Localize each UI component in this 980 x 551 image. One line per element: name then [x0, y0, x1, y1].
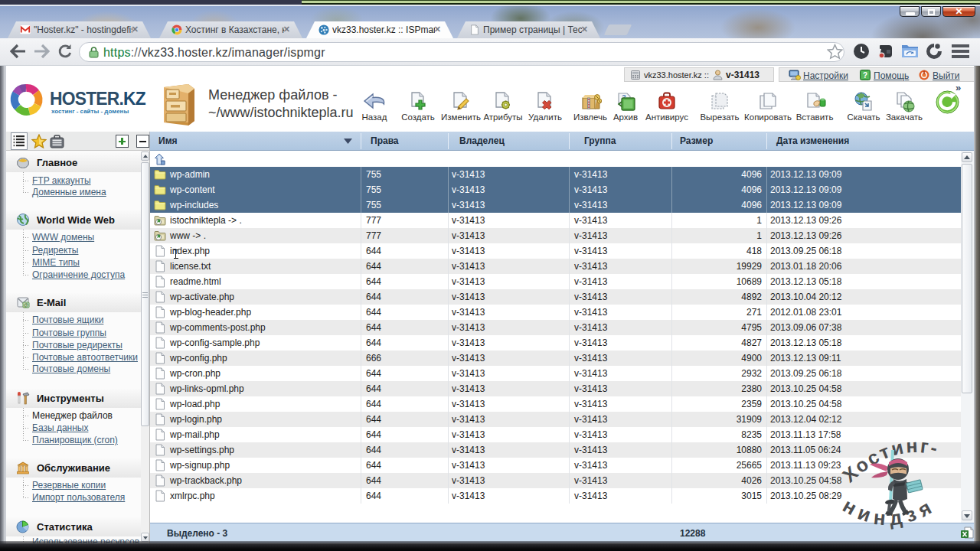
svg-text:@: @	[24, 302, 28, 308]
svg-text:?: ?	[863, 71, 867, 80]
